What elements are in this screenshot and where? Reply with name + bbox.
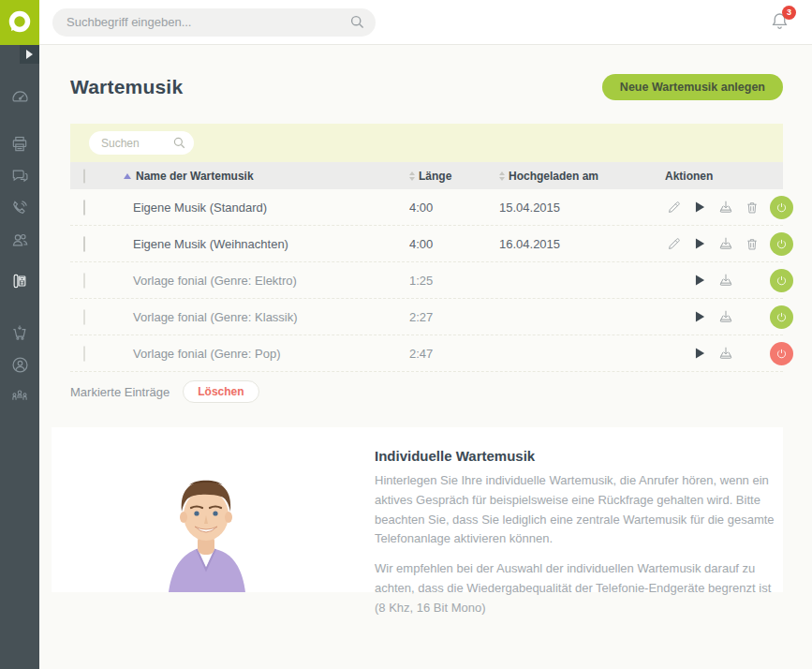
play-button[interactable]: [691, 308, 708, 325]
download-icon: [717, 273, 734, 289]
download-button[interactable]: [717, 272, 734, 289]
play-icon: [695, 238, 705, 249]
row-length: 2:27: [409, 310, 499, 324]
column-label: Hochgeladen am: [509, 170, 598, 183]
cart-icon: [10, 323, 29, 342]
toggle-active-button[interactable]: [770, 196, 793, 219]
sidebar-item-contacts[interactable]: [8, 230, 31, 250]
pencil-icon: [666, 236, 682, 252]
row-checkbox[interactable]: [83, 309, 85, 325]
table-search-bar: [70, 124, 783, 162]
page-header: Wartemusik Neue Wartemusik anlegen: [70, 74, 783, 100]
row-actions: [665, 232, 799, 256]
row-checkbox[interactable]: [83, 273, 85, 289]
row-length: 1:25: [409, 274, 499, 288]
notifications-button[interactable]: 3: [770, 10, 790, 35]
power-icon: [775, 201, 788, 214]
download-button[interactable]: [717, 235, 734, 252]
fonial-logo[interactable]: [0, 0, 39, 45]
row-name: Eigene Musik (Weihnachten): [115, 237, 409, 251]
row-checkbox[interactable]: [83, 200, 85, 216]
pencil-icon: [666, 200, 682, 216]
column-label: Länge: [419, 170, 451, 183]
toggle-active-button[interactable]: [770, 232, 793, 256]
edit-button[interactable]: [665, 235, 682, 252]
play-button[interactable]: [691, 199, 708, 216]
sidebar-item-account[interactable]: [8, 354, 31, 375]
sidebar-item-admin[interactable]: [8, 386, 31, 407]
row-checkbox-cell: [70, 274, 115, 288]
account-icon: [10, 355, 30, 375]
download-button[interactable]: [717, 199, 734, 216]
sidebar: [0, 45, 39, 669]
row-checkbox[interactable]: [83, 346, 85, 362]
trash-icon: [745, 236, 760, 252]
edit-button[interactable]: [665, 199, 682, 216]
table-row: Vorlage fonial (Genre: Pop) 2:47: [70, 335, 783, 372]
new-wartemusik-button[interactable]: Neue Wartemusik anlegen: [602, 74, 783, 100]
toggle-active-button[interactable]: [770, 269, 793, 292]
table-row: Eigene Musik (Weihnachten) 4:00 16.04.20…: [70, 226, 783, 262]
speech-bubble-icon: [6, 8, 34, 37]
speedometer-icon: [10, 87, 30, 107]
power-icon: [775, 275, 788, 287]
row-uploaded: 16.04.2015: [499, 237, 665, 251]
row-name: Eigene Musik (Standard): [115, 201, 409, 215]
play-button[interactable]: [691, 272, 708, 289]
notification-badge: 3: [782, 6, 796, 20]
toggle-active-button[interactable]: [770, 342, 793, 365]
global-search-input[interactable]: [52, 8, 376, 37]
sort-both-icon: [499, 171, 505, 181]
play-button[interactable]: [691, 235, 708, 252]
row-name: Vorlage fonial (Genre: Klassik): [115, 310, 409, 324]
search-icon: [350, 15, 364, 29]
select-all-checkbox[interactable]: [83, 169, 85, 184]
toggle-active-button[interactable]: [770, 305, 793, 329]
sidebar-item-calls[interactable]: [8, 198, 31, 218]
row-name: Vorlage fonial (Genre: Elektro): [115, 274, 409, 288]
column-header-uploaded[interactable]: Hochgeladen am: [499, 170, 665, 183]
delete-button[interactable]: [744, 235, 760, 252]
column-label: Name der Wartemusik: [136, 170, 254, 183]
row-actions: [665, 269, 799, 292]
row-uploaded: 15.04.2015: [499, 201, 665, 215]
sidebar-item-dashboard[interactable]: [8, 86, 31, 107]
info-title: Individuelle Wartemusik: [375, 448, 777, 464]
delete-button[interactable]: [744, 199, 760, 216]
info-paragraph-1: Hinterlegen Sie Ihre individuelle Wartem…: [375, 471, 777, 549]
table-row: Vorlage fonial (Genre: Elektro) 1:25: [70, 262, 783, 299]
sort-asc-icon: [124, 173, 131, 179]
row-length: 4:00: [409, 201, 499, 215]
phone-icon: [10, 199, 29, 217]
trash-icon: [745, 200, 760, 216]
photo-of-man: [140, 463, 272, 592]
row-name: Vorlage fonial (Genre: Pop): [115, 347, 409, 361]
top-bar: 3: [0, 0, 812, 45]
desk-phone-icon: [10, 271, 29, 291]
global-search: [52, 8, 376, 37]
printer-icon: [10, 135, 29, 154]
play-icon: [695, 275, 705, 286]
download-button[interactable]: [717, 345, 734, 362]
row-checkbox-cell: [70, 347, 115, 361]
column-header-name[interactable]: Name der Wartemusik: [115, 170, 409, 183]
main-content: Wartemusik Neue Wartemusik anlegen Name …: [39, 45, 812, 669]
sidebar-item-chat[interactable]: [8, 166, 31, 186]
column-label: Aktionen: [665, 170, 713, 183]
sidebar-item-phone-system[interactable]: [8, 271, 31, 291]
search-icon: [173, 137, 185, 149]
play-icon: [695, 348, 705, 359]
row-actions: [665, 196, 799, 219]
table-row: Eigene Musik (Standard) 4:00 15.04.2015: [70, 189, 783, 226]
play-button[interactable]: [691, 345, 708, 362]
download-button[interactable]: [717, 308, 734, 325]
sidebar-item-shop[interactable]: [8, 322, 31, 343]
delete-marked-button[interactable]: Löschen: [183, 380, 258, 403]
row-checkbox-cell: [70, 310, 115, 324]
column-header-length[interactable]: Länge: [409, 170, 499, 183]
row-checkbox[interactable]: [83, 236, 85, 252]
sidebar-item-fax[interactable]: [8, 134, 31, 155]
sort-both-icon: [409, 171, 415, 181]
sidebar-expand-button[interactable]: [20, 45, 39, 64]
info-paragraph-2: Wir empfehlen bei der Auswahl der indivi…: [375, 559, 777, 617]
